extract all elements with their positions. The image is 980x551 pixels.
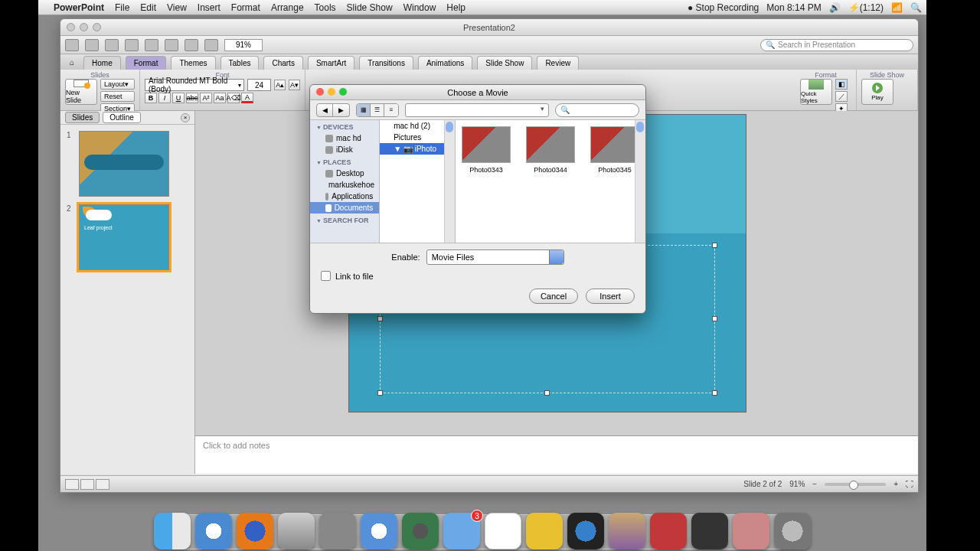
reset-button[interactable]: Reset xyxy=(100,91,135,102)
slide-thumb-1[interactable]: 1 xyxy=(67,131,188,197)
menu-format[interactable]: Format xyxy=(231,2,260,13)
file-item-0343[interactable]: Photo0343 xyxy=(462,126,511,236)
notes-pane[interactable]: Click to add notes xyxy=(195,435,918,474)
battery-status[interactable]: ⚡(1:12) xyxy=(848,2,884,13)
strike-button[interactable]: abc xyxy=(186,93,198,103)
menu-slideshow[interactable]: Slide Show xyxy=(347,2,393,13)
file-item-0345[interactable]: Photo0345 xyxy=(590,126,639,236)
dock-powerpoint[interactable] xyxy=(691,513,728,549)
window-traffic-lights[interactable] xyxy=(67,23,101,31)
print-icon[interactable] xyxy=(125,39,139,51)
shrink-font-button[interactable]: A▾ xyxy=(289,80,300,90)
dock-drive[interactable] xyxy=(278,513,315,549)
sidebar-item-idisk[interactable]: iDisk xyxy=(310,144,379,155)
sidebar-search-header[interactable]: SEARCH FOR xyxy=(310,214,379,226)
stop-recording[interactable]: ● Stop Recording xyxy=(688,2,759,13)
cancel-button[interactable]: Cancel xyxy=(529,289,578,304)
superscript-button[interactable]: A² xyxy=(200,93,212,103)
fit-button[interactable]: ⛶ xyxy=(906,480,913,488)
dock-preferences[interactable] xyxy=(319,513,356,549)
nav-forward-button[interactable]: ▶ xyxy=(333,103,350,117)
nav-back-button[interactable]: ◀ xyxy=(316,103,333,117)
tab-smartart[interactable]: SmartArt xyxy=(308,56,354,70)
sidebar-item-machd[interactable]: mac hd xyxy=(310,132,379,144)
panel-close-button[interactable]: × xyxy=(181,113,190,122)
spotlight-icon[interactable]: 🔍 xyxy=(910,2,922,13)
paste-icon[interactable] xyxy=(185,39,198,51)
menu-arrange[interactable]: Arrange xyxy=(271,2,304,13)
sidebar-item-desktop[interactable]: Desktop xyxy=(310,168,379,179)
dock-folder[interactable] xyxy=(733,513,769,549)
font-name-dropdown[interactable]: Arial Rounded MT Bold (Body) xyxy=(145,79,244,91)
panel-tab-slides[interactable]: Slides xyxy=(65,112,100,123)
grid-scrollbar[interactable] xyxy=(635,120,645,243)
sorter-view-button[interactable] xyxy=(80,479,94,490)
format-painter-icon[interactable] xyxy=(204,39,218,51)
grow-font-button[interactable]: A▴ xyxy=(274,80,286,90)
zoom-slider[interactable] xyxy=(825,483,886,486)
dock-appstore[interactable]: 3 xyxy=(443,513,480,549)
menu-help[interactable]: Help xyxy=(446,2,466,13)
font-color-button[interactable]: A xyxy=(241,93,253,103)
home-button[interactable]: ⌂ xyxy=(65,56,79,70)
dock-pro[interactable] xyxy=(650,513,687,549)
zoom-field[interactable]: 91% xyxy=(224,39,263,51)
underline-button[interactable]: U xyxy=(172,93,185,103)
menu-edit[interactable]: Edit xyxy=(140,2,156,13)
view-mode-toggle[interactable]: ▦☰≡ xyxy=(356,103,399,117)
font-size-dropdown[interactable]: 24 xyxy=(247,79,271,91)
wifi-icon[interactable]: 📶 xyxy=(891,2,903,13)
menu-tools[interactable]: Tools xyxy=(315,2,336,13)
dialog-traffic-lights[interactable] xyxy=(316,88,347,96)
bold-button[interactable]: B xyxy=(145,93,157,103)
dock-quicktime[interactable] xyxy=(567,513,604,549)
column-scrollbar[interactable] xyxy=(444,120,455,243)
save-icon[interactable] xyxy=(65,39,79,51)
dock-itunes[interactable] xyxy=(195,513,232,549)
menu-view[interactable]: View xyxy=(167,2,187,13)
sidebar-item-applications[interactable]: Applications xyxy=(310,191,379,202)
dock-finder[interactable] xyxy=(154,513,191,549)
fill-button[interactable]: ◧ xyxy=(835,79,848,90)
insert-button[interactable]: Insert xyxy=(586,289,635,304)
dialog-search-field[interactable]: 🔍 xyxy=(555,103,639,117)
tab-tables[interactable]: Tables xyxy=(220,56,260,70)
italic-button[interactable]: I xyxy=(158,93,171,103)
tab-slideshow[interactable]: Slide Show xyxy=(477,56,532,70)
menu-window[interactable]: Window xyxy=(403,2,436,13)
enable-dropdown[interactable]: Movie Files xyxy=(426,249,564,265)
menu-insert[interactable]: Insert xyxy=(198,2,220,13)
slide-thumb-2[interactable]: 2 Leaf project xyxy=(67,204,188,270)
zoom-in-button[interactable]: + xyxy=(893,480,898,488)
tab-animations[interactable]: Animations xyxy=(418,56,472,70)
tab-format[interactable]: Format xyxy=(126,56,167,70)
line-button[interactable]: ／ xyxy=(835,91,848,102)
sidebar-item-user[interactable]: markuskehoe xyxy=(310,179,379,191)
menu-file[interactable]: File xyxy=(115,2,129,13)
normal-view-button[interactable] xyxy=(65,479,79,490)
copy-icon[interactable] xyxy=(165,39,178,51)
dock-firefox[interactable] xyxy=(237,513,273,549)
cut-icon[interactable] xyxy=(145,39,158,51)
clear-format-button[interactable]: A⌫ xyxy=(227,93,240,103)
new-slide-button[interactable]: New Slide xyxy=(65,79,97,105)
slideshow-view-button[interactable] xyxy=(96,479,109,490)
tab-home[interactable]: Home xyxy=(83,56,121,70)
dock-bittorrent[interactable] xyxy=(402,513,439,549)
dock-trash[interactable] xyxy=(774,513,811,549)
link-to-file-checkbox[interactable] xyxy=(321,271,331,281)
zoom-out-button[interactable]: − xyxy=(812,480,817,488)
zoom-percent[interactable]: 91% xyxy=(789,480,805,488)
app-menu[interactable]: PowerPoint xyxy=(54,2,104,13)
play-button[interactable]: Play xyxy=(861,79,893,105)
path-dropdown[interactable] xyxy=(405,103,549,117)
volume-icon[interactable]: 🔊 xyxy=(829,2,841,13)
panel-tab-outline[interactable]: Outline xyxy=(103,112,141,123)
dock-safari[interactable] xyxy=(361,513,397,549)
redo-icon[interactable] xyxy=(105,39,119,51)
file-item-0344[interactable]: Photo0344 xyxy=(526,126,575,236)
tab-review[interactable]: Review xyxy=(537,56,579,70)
dock-iphoto[interactable] xyxy=(609,513,645,549)
tab-transitions[interactable]: Transitions xyxy=(359,56,413,70)
case-button[interactable]: Aa xyxy=(214,93,226,103)
